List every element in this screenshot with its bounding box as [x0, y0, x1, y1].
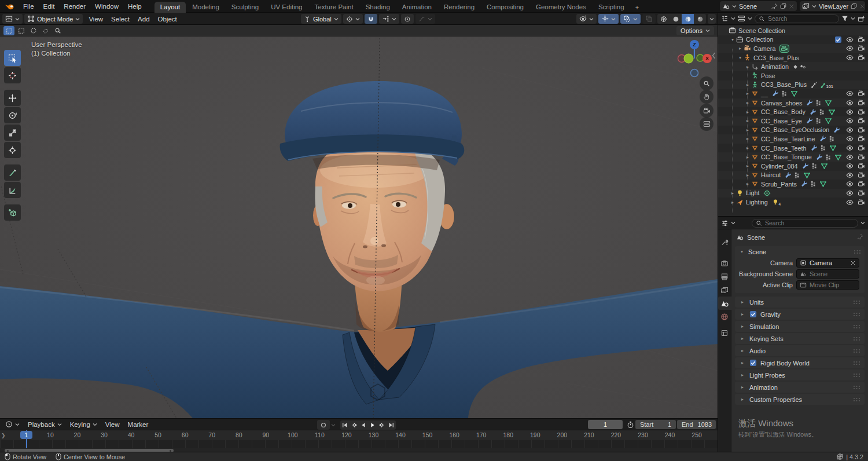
outliner-item-label[interactable]: Canvas_shoes	[761, 100, 802, 107]
outliner-item-label[interactable]: CC_Base_Tongue	[761, 153, 812, 160]
tool-select-box-button[interactable]	[4, 50, 21, 66]
outliner-item-label[interactable]: Cylinder_084	[761, 163, 798, 170]
exclude-checkbox-icon[interactable]	[834, 36, 842, 43]
clear-icon[interactable]	[850, 260, 856, 266]
transform-orientation-dropdown[interactable]: Global	[301, 14, 341, 24]
outliner-row[interactable]: Pose	[718, 71, 868, 81]
tool-move-button[interactable]	[4, 90, 21, 106]
outliner-row[interactable]: ▸Haircut	[718, 171, 868, 180]
properties-editor-icon[interactable]	[721, 219, 729, 227]
disable-render-icon[interactable]	[858, 153, 865, 161]
properties-tab-scene[interactable]	[718, 297, 731, 310]
outliner-row[interactable]: ▾CC3_Base_Plus	[718, 53, 868, 63]
expand-icon[interactable]: ▸	[744, 136, 751, 141]
panel-units[interactable]: ▸Units	[735, 297, 865, 308]
pin-icon[interactable]	[771, 3, 778, 9]
properties-tab-world[interactable]	[718, 310, 731, 323]
select-mode-tweak-button[interactable]	[3, 26, 14, 35]
tool-add-cube-button[interactable]	[4, 204, 21, 221]
proportional-edit-toggle[interactable]	[401, 14, 414, 24]
hide-viewport-icon[interactable]	[846, 36, 854, 43]
panel-light-probes[interactable]: ▸Light Probes	[735, 369, 865, 380]
next-keyframe-button[interactable]	[377, 420, 387, 430]
copy-icon[interactable]	[780, 3, 786, 9]
expand-icon[interactable]: ▸	[744, 145, 751, 151]
expand-icon[interactable]: ▸	[744, 181, 751, 186]
hide-viewport-icon[interactable]	[846, 45, 854, 52]
expand-icon[interactable]: ▸	[744, 127, 751, 133]
select-mode-select-box-button[interactable]	[16, 26, 27, 35]
outliner-item-label[interactable]: CC_Base_EyeOcclusion	[761, 126, 829, 133]
properties-tab-tool[interactable]	[718, 235, 731, 248]
tab-sculpting[interactable]: Sculpting	[226, 2, 264, 13]
drag-handle-icon[interactable]	[853, 385, 860, 390]
drag-handle-icon[interactable]	[853, 349, 860, 353]
expand-icon[interactable]: ▸	[744, 173, 751, 178]
tool-annotate-button[interactable]	[4, 164, 21, 181]
tab-scripting[interactable]: Scripting	[593, 2, 630, 13]
outliner-item-label[interactable]: Collection	[746, 36, 773, 43]
panel-rigid-body-world[interactable]: ▸Rigid Body World	[735, 357, 865, 368]
expand-icon[interactable]: ▸	[737, 46, 744, 51]
expand-icon[interactable]: ▸	[729, 200, 736, 205]
viewport-menu-view[interactable]: View	[84, 15, 107, 23]
properties-tab-object[interactable]	[718, 326, 731, 339]
scene-panel-header[interactable]: ▾ Scene	[735, 246, 865, 257]
properties-tab-output[interactable]	[718, 270, 731, 283]
hide-viewport-icon[interactable]	[846, 117, 854, 125]
snap-settings-dropdown[interactable]	[379, 14, 399, 24]
sidebar-pull-tab[interactable]	[712, 52, 716, 60]
hide-viewport-icon[interactable]	[846, 199, 854, 206]
menu-render[interactable]: Render	[59, 2, 90, 11]
outliner-search-input[interactable]: Search	[755, 14, 839, 23]
drag-handle-icon[interactable]	[854, 250, 861, 254]
pin-icon[interactable]	[857, 233, 863, 241]
pivot-point-dropdown[interactable]	[343, 14, 363, 24]
select-mode-select-paint-button[interactable]	[52, 26, 63, 35]
navigation-gizmo[interactable]: Z X	[672, 38, 717, 83]
disable-render-icon[interactable]	[858, 45, 865, 52]
select-mode-select-circle-button[interactable]	[28, 26, 39, 35]
outliner-row[interactable]: ▸Camera	[718, 44, 868, 53]
outliner-item-label[interactable]: Camera	[753, 45, 775, 52]
drag-handle-icon[interactable]	[853, 397, 860, 402]
use-preview-range-button[interactable]	[626, 420, 635, 430]
tool-cursor-button[interactable]	[4, 67, 21, 83]
tab-texture-paint[interactable]: Texture Paint	[309, 2, 359, 13]
disable-render-icon[interactable]	[858, 54, 865, 61]
copy-icon[interactable]	[851, 3, 857, 9]
drag-handle-icon[interactable]	[853, 361, 860, 365]
drag-handle-icon[interactable]	[853, 300, 860, 305]
editor-type-button[interactable]	[2, 14, 23, 24]
chevron-down-icon[interactable]	[860, 221, 865, 225]
properties-search-input[interactable]: Search	[752, 219, 858, 228]
xray-toggle[interactable]	[642, 14, 656, 24]
hide-viewport-icon[interactable]	[846, 180, 854, 188]
expand-icon[interactable]: ▸	[744, 155, 751, 160]
scene-selector[interactable]: Scene	[720, 1, 797, 11]
overlays-toggle[interactable]	[620, 14, 641, 24]
tab-uv-editing[interactable]: UV Editing	[265, 2, 308, 13]
properties-tab-render[interactable]	[718, 257, 731, 270]
disable-render-icon[interactable]	[858, 199, 865, 206]
disable-render-icon[interactable]	[858, 144, 865, 152]
outliner-item-label[interactable]: Animation	[761, 63, 789, 70]
outliner-item-label[interactable]: CC3_Base_Plus	[753, 54, 799, 61]
disable-render-icon[interactable]	[858, 36, 865, 43]
outliner-item-label[interactable]: CC_Base_Eye	[761, 118, 802, 125]
tab-compositing[interactable]: Compositing	[481, 2, 529, 13]
pan-button[interactable]	[700, 90, 713, 104]
outliner-item-label[interactable]: __	[761, 90, 768, 97]
jump-to-start-button[interactable]	[340, 420, 350, 430]
hide-viewport-icon[interactable]	[846, 54, 854, 61]
shading-material-preview-button[interactable]	[682, 14, 694, 24]
viewlayer-name[interactable]: ViewLayer	[819, 3, 848, 10]
scene-name[interactable]: Scene	[739, 3, 769, 10]
expand-icon[interactable]: ▸	[744, 91, 751, 96]
timeline-menu-marker[interactable]: Marker	[124, 420, 153, 429]
hide-viewport-icon[interactable]	[846, 135, 854, 142]
auto-keying-button[interactable]	[317, 420, 330, 430]
hide-viewport-icon[interactable]	[846, 144, 854, 152]
hide-viewport-icon[interactable]	[846, 126, 854, 134]
tab-geometry-nodes[interactable]: Geometry Nodes	[530, 2, 592, 13]
